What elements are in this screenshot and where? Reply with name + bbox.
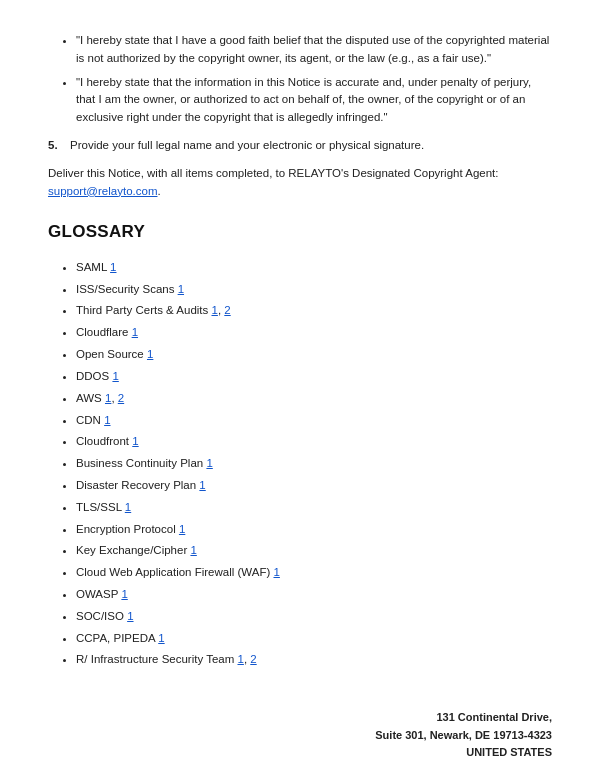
glossary-link[interactable]: 1: [237, 653, 243, 665]
glossary-item: AWS 1, 2: [76, 390, 552, 408]
glossary-link[interactable]: 2: [224, 304, 230, 316]
glossary-item: CCPA, PIPEDA 1: [76, 630, 552, 648]
glossary-item: OWASP 1: [76, 586, 552, 604]
glossary-item: Third Party Certs & Audits 1, 2: [76, 302, 552, 320]
glossary-link[interactable]: 2: [250, 653, 256, 665]
footer-address: 131 Continental Drive, Suite 301, Newark…: [48, 709, 552, 776]
bullet-list: "I hereby state that I have a good faith…: [48, 32, 552, 127]
glossary-link[interactable]: 1: [190, 544, 196, 556]
glossary-item: Encryption Protocol 1: [76, 521, 552, 539]
glossary-link[interactable]: 1: [132, 435, 138, 447]
glossary-link[interactable]: 1: [147, 348, 153, 360]
glossary-link[interactable]: 1: [178, 283, 184, 295]
glossary-item: Open Source 1: [76, 346, 552, 364]
glossary-link[interactable]: 1: [199, 479, 205, 491]
glossary-item: TLS/SSL 1: [76, 499, 552, 517]
bullet-item-2: "I hereby state that the information in …: [76, 74, 552, 127]
glossary-section: GLOSSARY SAML 1ISS/Security Scans 1Third…: [48, 219, 552, 670]
logo-container: RELAYTO/: [48, 768, 552, 776]
address-line1: 131 Continental Drive,: [436, 711, 552, 723]
glossary-item: R/ Infrastructure Security Team 1, 2: [76, 651, 552, 669]
logo-slash: /: [544, 768, 552, 776]
glossary-title: GLOSSARY: [48, 219, 552, 245]
glossary-item: SAML 1: [76, 259, 552, 277]
glossary-item: Key Exchange/Cipher 1: [76, 542, 552, 560]
logo: RELAYTO/: [419, 768, 552, 776]
glossary-item: Disaster Recovery Plan 1: [76, 477, 552, 495]
glossary-link[interactable]: 1: [179, 523, 185, 535]
glossary-item: ISS/Security Scans 1: [76, 281, 552, 299]
glossary-item: Cloudfront 1: [76, 433, 552, 451]
glossary-item: Business Continuity Plan 1: [76, 455, 552, 473]
deliver-text: Deliver this Notice, with all items comp…: [48, 165, 552, 201]
item-text: Provide your full legal name and your el…: [70, 137, 424, 155]
bullet-item-1: "I hereby state that I have a good faith…: [76, 32, 552, 68]
address-line2: Suite 301, Newark, DE 19713-4323: [375, 729, 552, 741]
glossary-link[interactable]: 1: [110, 261, 116, 273]
glossary-link[interactable]: 1: [105, 392, 111, 404]
glossary-link[interactable]: 1: [125, 501, 131, 513]
glossary-link[interactable]: 2: [118, 392, 124, 404]
glossary-link[interactable]: 1: [104, 414, 110, 426]
glossary-item: DDOS 1: [76, 368, 552, 386]
page-container: "I hereby state that I have a good faith…: [0, 0, 600, 776]
address-line3: UNITED STATES: [466, 746, 552, 758]
glossary-link[interactable]: 1: [132, 326, 138, 338]
glossary-link[interactable]: 1: [127, 610, 133, 622]
glossary-link[interactable]: 1: [212, 304, 218, 316]
logo-wordmark: RELAYTO: [419, 771, 543, 776]
support-email-link[interactable]: support@relayto.com: [48, 185, 157, 197]
glossary-link[interactable]: 1: [112, 370, 118, 382]
glossary-item: SOC/ISO 1: [76, 608, 552, 626]
glossary-item: Cloud Web Application Firewall (WAF) 1: [76, 564, 552, 582]
glossary-item: Cloudflare 1: [76, 324, 552, 342]
glossary-list: SAML 1ISS/Security Scans 1Third Party Ce…: [48, 259, 552, 669]
glossary-link[interactable]: 1: [158, 632, 164, 644]
glossary-link[interactable]: 1: [206, 457, 212, 469]
glossary-item: CDN 1: [76, 412, 552, 430]
numbered-item-5: 5. Provide your full legal name and your…: [48, 137, 552, 155]
glossary-link[interactable]: 1: [121, 588, 127, 600]
item-number: 5.: [48, 137, 64, 155]
glossary-link[interactable]: 1: [273, 566, 279, 578]
